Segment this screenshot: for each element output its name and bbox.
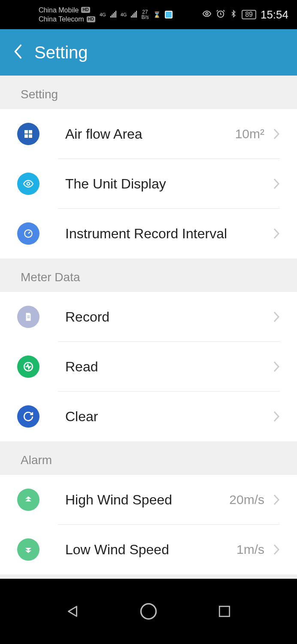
- hd-badge-1: HD: [81, 7, 90, 13]
- svg-point-12: [141, 604, 156, 619]
- carrier-2: China Telecom: [39, 15, 84, 23]
- chevron-right-icon: [273, 494, 280, 506]
- status-bar: China Mobile HD China Telecom HD 4G 4G 2…: [0, 0, 297, 29]
- back-button[interactable]: [13, 43, 22, 62]
- nav-recent-button[interactable]: [214, 601, 235, 622]
- section-header-alarm: Alarm: [0, 441, 297, 475]
- network-2: 4G: [121, 12, 127, 17]
- section-header-meter-data: Meter Data: [0, 258, 297, 292]
- low-wind-value: 1m/s: [236, 542, 264, 557]
- hd-badge-2: HD: [87, 16, 95, 22]
- signal-bars-2: [131, 12, 137, 18]
- svg-rect-2: [24, 130, 28, 134]
- row-read[interactable]: Read: [0, 342, 297, 392]
- row-record-interval[interactable]: Instrument Record Interval: [0, 209, 297, 258]
- nav-back-button[interactable]: [62, 601, 83, 622]
- data-rate: 27 B/s: [141, 9, 148, 20]
- eye-icon: [202, 9, 212, 21]
- clear-label: Clear: [65, 409, 273, 425]
- network-1: 4G: [100, 12, 106, 17]
- sync-icon: [17, 405, 39, 428]
- svg-rect-3: [29, 130, 32, 134]
- row-low-wind[interactable]: Low Wind Speed 1m/s: [0, 525, 297, 574]
- status-indicators: 4G 4G 27 B/s ⌛: [100, 9, 173, 20]
- status-right: 89 15:54: [202, 8, 288, 21]
- high-wind-label: High Wind Speed: [65, 492, 229, 508]
- chevron-right-icon: [273, 544, 280, 556]
- eye-icon: [17, 173, 39, 195]
- carrier-1: China Mobile: [39, 6, 79, 14]
- pulse-icon: [17, 355, 39, 378]
- app-icon: [165, 11, 173, 18]
- nav-home-button[interactable]: [138, 601, 159, 622]
- svg-rect-4: [24, 134, 28, 138]
- alarm-icon: [216, 9, 225, 21]
- clock-time: 15:54: [261, 8, 288, 21]
- chevron-right-icon: [273, 410, 280, 422]
- chevron-right-icon: [273, 178, 280, 190]
- back-chevron-icon: [13, 43, 22, 60]
- svg-point-6: [27, 182, 30, 185]
- battery-level: 89: [242, 10, 256, 19]
- unit-display-label: The Unit Display: [65, 176, 273, 192]
- svg-rect-13: [220, 606, 230, 616]
- svg-point-0: [206, 12, 208, 15]
- signal-bars-1: [110, 12, 116, 18]
- chevron-right-icon: [273, 128, 280, 140]
- arrow-down-icon: [17, 538, 39, 561]
- arrow-up-icon: [17, 489, 39, 511]
- row-unit-display[interactable]: The Unit Display: [0, 159, 297, 209]
- read-label: Read: [65, 359, 273, 375]
- android-nav-bar: [0, 579, 297, 644]
- low-wind-label: Low Wind Speed: [65, 542, 236, 558]
- high-wind-value: 20m/s: [229, 492, 264, 507]
- record-interval-label: Instrument Record Interval: [65, 226, 273, 242]
- svg-rect-8: [27, 316, 30, 316]
- gauge-icon: [17, 222, 39, 245]
- chevron-right-icon: [273, 361, 280, 373]
- air-flow-value: 10m²: [235, 127, 264, 141]
- row-high-wind[interactable]: High Wind Speed 20m/s: [0, 475, 297, 525]
- hourglass-icon: ⌛: [153, 11, 161, 18]
- svg-marker-11: [68, 607, 76, 617]
- bluetooth-icon: [230, 9, 237, 21]
- svg-rect-5: [29, 134, 32, 138]
- record-label: Record: [65, 309, 273, 325]
- settings-content: Setting Air flow Area 10m² The Unit Disp…: [0, 76, 297, 579]
- document-icon: [17, 306, 39, 328]
- section-header-setting: Setting: [0, 76, 297, 109]
- carrier-info: China Mobile HD China Telecom HD: [39, 6, 95, 23]
- row-clear[interactable]: Clear: [0, 392, 297, 441]
- row-air-flow-area[interactable]: Air flow Area 10m²: [0, 109, 297, 159]
- svg-rect-9: [27, 317, 30, 318]
- chevron-right-icon: [273, 311, 280, 323]
- app-header: Setting: [0, 29, 297, 76]
- air-flow-label: Air flow Area: [65, 126, 235, 142]
- row-record[interactable]: Record: [0, 292, 297, 342]
- chevron-right-icon: [273, 228, 280, 240]
- grid-icon: [17, 123, 39, 145]
- page-title: Setting: [34, 43, 88, 62]
